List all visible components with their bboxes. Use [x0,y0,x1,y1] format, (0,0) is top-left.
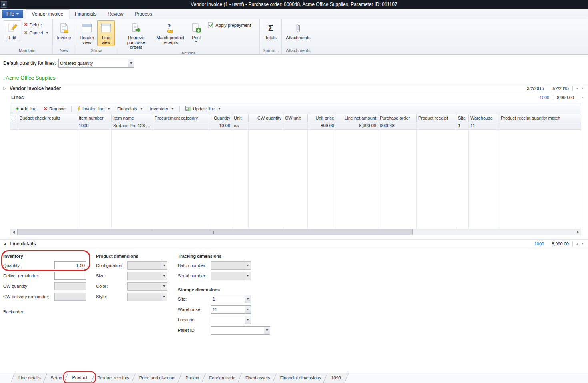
add-line-button[interactable]: + Add line [13,105,39,112]
cell-unit-price[interactable]: 899.00 [308,122,336,129]
cell-item-name[interactable]: Surface Pro 128 ... [112,122,153,129]
tab-foreign-trade[interactable]: Foreign trade [203,373,241,383]
expand-icon[interactable]: ▷ [3,86,7,90]
table-row[interactable]: 1000 Surface Pro 128 ... 10.00 ea 899.00… [10,122,581,130]
vendor-invoice-header-section[interactable]: ▷ Vendor invoice header 3/2/2015 3/2/201… [0,84,588,92]
column-header-cw-quantity[interactable]: CW quantity [249,114,283,122]
default-quantity-combo[interactable] [58,59,134,68]
default-quantity-combo-input[interactable] [59,59,128,67]
tab-project-label: Project [185,375,199,380]
cancel-button[interactable]: ✕ Cancel [22,29,50,36]
cell-cw-quantity[interactable] [249,122,283,129]
lines-horizontal-scrollbar[interactable] [10,229,581,235]
tab-financial-dimensions[interactable]: Financial dimensions [274,373,327,383]
tab-line-details[interactable]: Line details [12,373,47,383]
column-header-procurement-category[interactable]: Procurement category [153,114,209,122]
invoice-date: 3/2/2015 [527,86,544,91]
cell-item-number[interactable]: 1000 [77,122,112,129]
column-header-purchase-order[interactable]: Purchase order [378,114,417,122]
cell-procurement-category[interactable] [153,122,209,129]
column-header-unit-price[interactable]: Unit price [308,114,336,122]
cell-budget-check-results[interactable] [18,122,77,129]
column-header-cw-unit[interactable]: CW unit [283,114,308,122]
file-menu-button[interactable]: File [2,10,23,18]
section-nav-down-icon[interactable]: ▾ [582,87,583,90]
column-header-product-receipt-quantity-match[interactable]: Product receipt quantity match [499,114,581,122]
tab-product[interactable]: Product [66,373,93,383]
column-header-warehouse[interactable]: Warehouse [469,114,499,122]
delete-button[interactable]: ✕ Delete [22,21,50,28]
cell-purchase-order[interactable]: 000048 [378,122,417,129]
location-combo-dropdown[interactable] [245,316,251,324]
collapse-icon[interactable]: ◢ [3,242,7,246]
post-button[interactable]: Post [187,20,205,44]
inventory-menu-button[interactable]: Inventory [147,105,177,112]
section-nav-up-icon[interactable]: ▴ [582,96,583,99]
invoice-line-menu-button[interactable]: Invoice line [74,105,113,112]
default-quantity-combo-dropdown[interactable] [128,59,134,67]
financials-menu-button[interactable]: Financials [114,105,146,112]
quantity-input[interactable] [54,261,86,269]
scrollbar-thumb[interactable] [17,229,413,235]
pallet-id-combo-input[interactable] [211,327,264,334]
update-line-menu-button[interactable]: Update line [183,105,224,112]
pallet-id-combo-dropdown[interactable] [264,327,270,334]
cell-quantity[interactable]: 10.00 [209,122,232,129]
tab-financials[interactable]: Financials [69,10,102,19]
invoice-button[interactable]: Invoice [55,20,73,41]
scrollbar-track[interactable] [17,229,574,235]
section-nav-up-icon[interactable]: ▴ [576,87,578,90]
location-combo-input[interactable] [211,316,245,324]
tab-project[interactable]: Project [179,373,205,383]
deliver-remainder-input[interactable] [54,272,86,280]
select-all-cell[interactable] [10,114,18,122]
cell-site[interactable]: 1 [456,122,469,129]
row-selector-cell[interactable] [10,122,18,129]
scroll-left-button[interactable] [10,229,17,235]
tab-product-receipts[interactable]: Product receipts [91,373,135,383]
warehouse-combo-dropdown[interactable] [245,306,251,313]
remove-button[interactable]: ✕ Remove [41,105,68,113]
column-header-product-receipt[interactable]: Product receipt [417,114,456,122]
column-header-item-name[interactable]: Item name [112,114,153,122]
attachments-button[interactable]: Attachments [284,20,312,41]
tab-1099[interactable]: 1099 [325,373,347,383]
warehouse-combo-input[interactable] [211,306,245,313]
cell-line-net-amount[interactable]: 8,990.00 [336,122,378,129]
select-all-checkbox[interactable] [12,116,16,120]
tab-vendor-invoice[interactable]: Vendor invoice [26,9,69,19]
tab-vendor-invoice-label: Vendor invoice [32,11,63,17]
cell-product-receipt-quantity-match[interactable] [499,122,581,129]
cell-product-receipt[interactable] [417,122,456,129]
site-combo-dropdown[interactable] [245,295,251,303]
retrieve-purchase-orders-button[interactable]: Retrieve purchase orders [119,20,153,51]
apply-prepayment-button[interactable]: Apply prepayment [206,21,253,29]
cell-warehouse[interactable]: 11 [469,122,499,129]
tab-price-and-discount[interactable]: Price and discount [133,373,182,383]
tab-fixed-assets[interactable]: Fixed assets [239,373,276,383]
site-combo-input[interactable] [211,295,245,303]
column-header-site[interactable]: Site [456,114,469,122]
edit-button[interactable]: Edit [4,20,21,41]
warehouse-combo[interactable] [211,305,251,314]
scroll-right-button[interactable] [574,229,581,235]
section-nav-down-icon[interactable]: ▾ [582,242,583,245]
tab-review[interactable]: Review [102,10,129,19]
section-nav-up-icon[interactable]: ▴ [576,242,578,245]
column-header-item-number[interactable]: Item number [77,114,112,122]
line-view-button[interactable]: Line view [97,20,115,46]
column-header-budget-check-results[interactable]: Budget check results [18,114,77,122]
column-header-line-net-amount[interactable]: Line net amount [336,114,378,122]
match-product-receipts-button[interactable]: ? Match product receipts [154,20,187,46]
header-view-button[interactable]: Header view [77,20,96,46]
line-details-section-header[interactable]: ◢ Line details 1000 8,990.00 ▴ ▾ [0,239,588,248]
site-combo[interactable] [211,295,251,303]
column-header-unit[interactable]: Unit [232,114,249,122]
cell-unit[interactable]: ea [232,122,249,129]
location-combo[interactable] [211,316,251,324]
pallet-id-combo[interactable] [211,326,270,335]
column-header-quantity[interactable]: Quantity [209,114,232,122]
totals-button[interactable]: Σ Totals [262,20,279,41]
cell-cw-unit[interactable] [283,122,308,129]
tab-process[interactable]: Process [129,10,157,19]
